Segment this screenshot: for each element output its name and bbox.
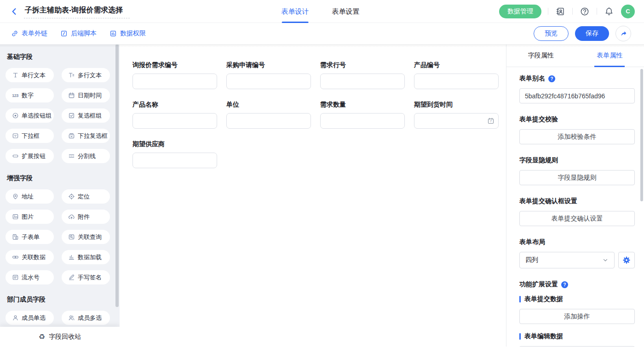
share-button[interactable] (615, 26, 631, 41)
serial-number-icon (12, 274, 19, 281)
notification-bell-icon[interactable] (604, 6, 615, 17)
chevron-down-icon (602, 257, 609, 263)
properties-scrollbar[interactable] (640, 69, 643, 201)
help-filled-icon[interactable] (561, 281, 568, 288)
help-filled-icon[interactable] (548, 75, 555, 82)
checkbox-icon (68, 112, 75, 119)
add-submit-action-button[interactable]: 添加操作 (519, 309, 635, 324)
accent-bar (519, 296, 521, 302)
field-item-dropdown[interactable]: 下拉框 (6, 129, 54, 143)
toolbar-links: 表单外链 后端脚本 数据权限 (11, 29, 146, 38)
canvas-field-inquiry-number[interactable]: 询报价需求编号 (132, 61, 217, 89)
field-item-signature[interactable]: 手写签名 (62, 270, 110, 284)
form-external-link[interactable]: 表单外链 (11, 29, 47, 38)
script-icon (60, 30, 68, 37)
text-input[interactable] (320, 74, 405, 89)
chevron-left-icon (10, 7, 18, 16)
field-item-member-single[interactable]: 成员单选 (6, 311, 54, 325)
section-title: 部门成员字段 (7, 296, 120, 304)
field-item-location[interactable]: 定位 (62, 189, 110, 204)
form-alias-input[interactable] (519, 88, 635, 103)
extension-settings-label: 功能扩展设置 (519, 280, 635, 289)
field-item-subform[interactable]: 子表单 (6, 230, 54, 244)
field-item-attachment[interactable]: 附件 (62, 210, 110, 224)
sidebar-scrollbar[interactable] (115, 45, 119, 307)
field-item-number[interactable]: 123 数字 (6, 88, 54, 102)
text-input[interactable] (226, 113, 311, 129)
preview-button[interactable]: 预览 (534, 26, 569, 41)
section-basic-fields: 基础字段 单行文本 多行文本 123 数字 日期时间 (6, 53, 120, 163)
subform-icon (12, 233, 19, 240)
tab-field-properties[interactable]: 字段属性 (506, 45, 575, 67)
backend-script-link[interactable]: 后端脚本 (60, 29, 97, 38)
canvas-field-purchase-request-number[interactable]: 采购申请编号 (226, 61, 311, 89)
canvas-field-demand-quantity[interactable]: 需求数量 (320, 101, 405, 129)
tab-form-settings[interactable]: 表单设置 (332, 0, 360, 23)
field-item-divider[interactable]: 分割线 (62, 149, 110, 163)
recycle-icon: ♻ (39, 333, 45, 341)
divider-lines-icon (68, 153, 75, 159)
help-icon[interactable] (579, 6, 590, 17)
crosshair-icon (68, 193, 75, 200)
field-item-relation-data[interactable]: 关联数据 (6, 250, 54, 264)
divider (572, 8, 573, 15)
text-input[interactable] (132, 153, 217, 168)
header-tabs: 表单设计 表单设置 (282, 0, 360, 23)
canvas-field-expected-supplier[interactable]: 期望供应商 (132, 140, 217, 168)
gear-icon (622, 256, 631, 264)
canvas-field-unit[interactable]: 单位 (226, 101, 311, 129)
canvas-field-product-name[interactable]: 产品名称 (132, 101, 217, 129)
add-check-condition-button[interactable]: 添加校验条件 (519, 129, 635, 144)
toolbar-actions: 预览 保存 (534, 26, 631, 41)
field-item-dropdown-multi[interactable]: 下拉复选框 (62, 129, 110, 143)
data-permission-link[interactable]: 数据权限 (109, 29, 146, 38)
form-canvas[interactable]: 询报价需求编号 采购申请编号 需求行号 产品编号 产品名称 单位 (120, 45, 506, 347)
layout-settings-button[interactable] (618, 252, 635, 268)
tab-form-properties[interactable]: 表单属性 (575, 45, 644, 67)
main-area: 基础字段 单行文本 多行文本 123 数字 日期时间 (0, 45, 644, 347)
text-input[interactable] (132, 74, 217, 89)
user-avatar[interactable]: C (621, 5, 635, 18)
field-item-relation-query[interactable]: 关联查询 (62, 230, 110, 244)
field-item-extend-button[interactable]: 扩展按钮 (6, 149, 54, 163)
bar-chart-icon (68, 254, 75, 261)
submit-check-label: 表单提交校验 (519, 115, 635, 124)
field-item-radio-group[interactable]: 单选按钮组 (6, 108, 54, 123)
submit-confirm-settings-button[interactable]: 表单提交确认设置 (519, 211, 635, 226)
map-pin-icon (12, 193, 19, 200)
text-input[interactable] (226, 74, 311, 89)
divider (548, 8, 548, 15)
layout-select[interactable]: 四列 (519, 252, 615, 268)
field-item-member-multi[interactable]: 成员多选 (62, 311, 110, 325)
field-recycle-bin[interactable]: ♻ 字段回收站 (0, 327, 120, 347)
header-actions: 数据管理 C (499, 5, 635, 18)
field-item-data-load[interactable]: 数据加载 (62, 250, 110, 264)
page-title: 子拆主辅助表-询报价需求选择 (25, 6, 123, 14)
field-visibility-label: 字段显隐规则 (519, 156, 635, 165)
field-item-multi-line-text[interactable]: 多行文本 (62, 68, 110, 82)
section-title: 增强字段 (7, 174, 120, 182)
form-title-editable[interactable]: 子拆主辅助表-询报价需求选择 (24, 4, 130, 18)
field-item-single-line-text[interactable]: 单行文本 (6, 68, 54, 82)
field-item-datetime[interactable]: 日期时间 (62, 88, 110, 102)
canvas-field-expected-delivery-date[interactable]: 期望到货时间 7 (414, 101, 499, 129)
canvas-field-product-number[interactable]: 产品编号 (414, 61, 499, 89)
canvas-field-demand-line-number[interactable]: 需求行号 (320, 61, 405, 89)
back-button[interactable] (10, 7, 18, 16)
pill-button-icon (12, 153, 19, 159)
tab-form-design[interactable]: 表单设计 (282, 0, 309, 23)
permission-icon (109, 30, 117, 37)
text-input[interactable] (132, 113, 217, 129)
field-item-serial-number[interactable]: 流水号 (6, 270, 54, 284)
data-manage-button[interactable]: 数据管理 (499, 5, 541, 18)
save-button[interactable]: 保存 (575, 26, 609, 41)
text-input[interactable] (320, 113, 405, 129)
field-item-checkbox-group[interactable]: 复选框组 (62, 108, 110, 123)
field-item-image[interactable]: 图片 (6, 210, 54, 224)
field-item-address[interactable]: 地址 (6, 189, 54, 204)
field-visibility-rules-button[interactable]: 字段显隐规则 (519, 170, 635, 185)
text-input[interactable] (414, 74, 499, 89)
contacts-book-icon[interactable] (555, 6, 566, 17)
date-input[interactable] (414, 113, 499, 129)
divider (597, 8, 597, 15)
